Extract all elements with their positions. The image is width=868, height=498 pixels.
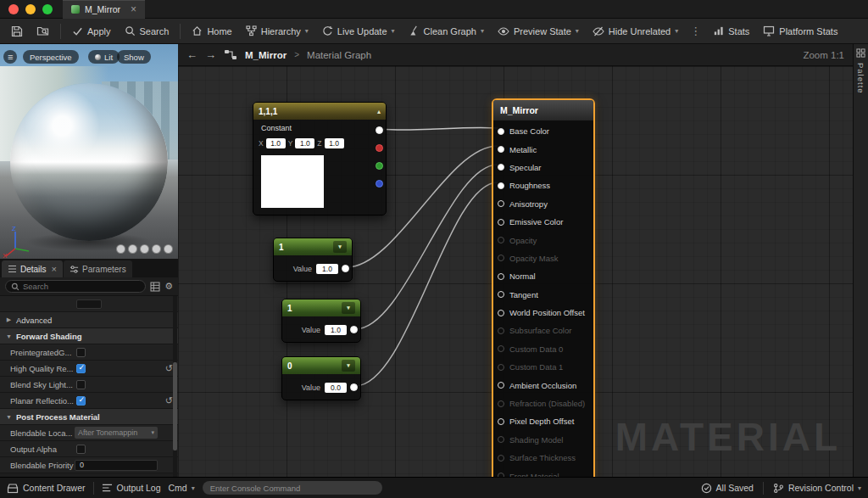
display-filter-grid-icon[interactable] <box>150 282 160 292</box>
pin-icon[interactable] <box>498 455 504 462</box>
property-row[interactable]: High Quality Re... <box>0 361 178 377</box>
pin-icon[interactable] <box>498 164 504 171</box>
hierarchy-button[interactable]: Hierarchy▾ <box>240 21 314 42</box>
output-pin[interactable] <box>350 383 358 391</box>
pin-icon[interactable] <box>498 364 504 371</box>
material-input-pin[interactable]: Normal <box>493 267 593 285</box>
property-checkbox[interactable] <box>76 380 86 389</box>
pin-icon[interactable] <box>498 345 504 352</box>
window-close-button[interactable] <box>8 4 19 14</box>
close-details-tab-icon[interactable]: × <box>52 265 57 274</box>
y-value-input[interactable]: 1.0 <box>295 138 314 148</box>
output-pin[interactable] <box>342 265 349 272</box>
details-search-box[interactable] <box>5 280 146 293</box>
chevron-down-icon[interactable]: ▾ <box>342 302 355 314</box>
output-pin-b[interactable] <box>376 180 383 187</box>
tab-parameters[interactable]: Parameters <box>64 260 132 277</box>
tab-close-icon[interactable]: × <box>131 4 136 14</box>
chevron-down-icon[interactable]: ▾ <box>342 360 355 372</box>
breadcrumb-root[interactable]: M_Mirror <box>245 50 287 60</box>
pin-icon[interactable] <box>498 400 504 407</box>
material-input-pin[interactable]: Custom Data 1 <box>493 358 593 376</box>
material-input-pin[interactable]: Shading Model <box>493 431 593 449</box>
output-pin-rgb[interactable] <box>376 126 383 134</box>
section-post-process-material[interactable]: ▼ Post Process Material <box>0 409 178 425</box>
node-header[interactable]: 1 ▾ <box>282 299 360 316</box>
pin-icon[interactable] <box>498 436 504 443</box>
node-header[interactable]: M_Mirror <box>493 100 593 120</box>
home-button[interactable]: Home <box>186 21 237 42</box>
preview-shape-cylinder-icon[interactable] <box>116 244 125 254</box>
preview-state-button[interactable]: Preview State▾ <box>492 21 585 42</box>
breadcrumb-current[interactable]: Material Graph <box>307 50 371 60</box>
preview-shape-cube-icon[interactable] <box>140 244 149 254</box>
material-input-pin[interactable]: Opacity Mask <box>493 249 593 267</box>
platform-stats-button[interactable]: Platform Stats <box>757 21 843 42</box>
clipped-value-field[interactable] <box>76 299 102 309</box>
details-search-input[interactable] <box>23 282 140 291</box>
browse-to-asset-button[interactable] <box>31 21 55 42</box>
details-scrollbar[interactable] <box>173 296 177 477</box>
property-checkbox[interactable] <box>76 348 86 357</box>
material-input-pin[interactable]: World Position Offset <box>493 304 593 322</box>
material-preview-viewport[interactable]: ≡ Perspective Lit Show Z X <box>0 44 178 259</box>
material-input-pin[interactable]: Front Material <box>493 467 593 477</box>
node-constant3-vector[interactable]: 1,1,1 ▴ Constant X 1.0 Y 1.0 Z 1.0 <box>253 102 387 215</box>
property-list[interactable]: ▶ Advanced ▼ Forward Shading Preintegrat… <box>0 296 178 477</box>
pin-icon[interactable] <box>498 418 504 425</box>
console-command-field[interactable] <box>203 481 382 495</box>
property-row[interactable]: PreintegratedG... <box>0 344 178 361</box>
x-value-input[interactable]: 1.0 <box>266 138 286 148</box>
pin-icon[interactable] <box>498 200 504 207</box>
preview-shape-plane-icon[interactable] <box>152 244 161 254</box>
clean-graph-button[interactable]: Clean Graph▾ <box>403 21 490 42</box>
tab-m-mirror[interactable]: M_Mirror × <box>63 0 145 19</box>
pin-icon[interactable] <box>498 146 504 153</box>
reset-to-default-icon[interactable] <box>165 363 173 374</box>
palette-tab-label[interactable]: Palette <box>856 63 865 94</box>
details-settings-gear-icon[interactable]: ⚙ <box>164 282 173 291</box>
save-button[interactable] <box>5 21 29 42</box>
output-pin-g[interactable] <box>376 162 383 170</box>
apply-button[interactable]: Apply <box>66 21 117 42</box>
tab-details[interactable]: Details × <box>2 260 63 277</box>
material-input-pin[interactable]: Roughness <box>493 176 593 194</box>
cmd-dropdown[interactable]: Cmd ▾ <box>169 483 195 493</box>
save-status[interactable]: All Saved <box>701 483 754 494</box>
material-input-pin[interactable]: Subsurface Color <box>493 322 593 339</box>
blendable-location-dropdown[interactable]: After Tonemappin ▾ <box>75 427 158 439</box>
node-header[interactable]: 0 ▾ <box>282 357 360 374</box>
collapse-node-icon[interactable]: ▴ <box>377 108 381 115</box>
pin-icon[interactable] <box>498 128 504 135</box>
property-row[interactable]: Planar Reflectio... <box>0 393 178 409</box>
property-checkbox[interactable] <box>76 364 86 373</box>
chevron-down-icon[interactable]: ▾ <box>333 241 347 253</box>
output-pin[interactable] <box>350 326 358 333</box>
perspective-button[interactable]: Perspective <box>23 50 79 64</box>
material-input-pin[interactable]: Emissive Color <box>493 213 593 231</box>
material-input-pin[interactable]: Pixel Depth Offset <box>493 412 593 430</box>
value-input[interactable]: 1.0 <box>325 325 347 335</box>
material-input-pin[interactable]: Tangent <box>493 286 593 304</box>
lit-mode-button[interactable]: Lit <box>88 50 120 64</box>
z-value-input[interactable]: 1.0 <box>325 138 344 148</box>
material-input-pin[interactable]: Ambient Occlusion <box>493 376 593 394</box>
scrollbar-thumb[interactable] <box>173 362 177 450</box>
preview-shape-mesh-icon[interactable] <box>164 244 173 254</box>
preview-shape-sphere-icon[interactable] <box>128 244 137 254</box>
pin-icon[interactable] <box>498 219 504 226</box>
forward-arrow-icon[interactable]: → <box>205 48 216 61</box>
property-row-output-alpha[interactable]: Output Alpha <box>0 441 178 457</box>
material-input-pin[interactable]: Custom Data 0 <box>493 340 593 358</box>
output-alpha-checkbox[interactable] <box>76 445 86 454</box>
material-input-pin[interactable]: Specular <box>493 159 593 176</box>
pin-icon[interactable] <box>498 382 504 389</box>
pin-icon[interactable] <box>498 291 504 298</box>
viewport-menu-icon[interactable]: ≡ <box>3 50 17 64</box>
back-arrow-icon[interactable]: ← <box>186 48 198 61</box>
node-material-result[interactable]: M_Mirror Base Color Metallic <box>492 98 595 477</box>
node-header[interactable]: 1,1,1 ▴ <box>253 103 386 120</box>
show-menu-button[interactable]: Show <box>117 50 151 64</box>
material-input-pin[interactable]: Metallic <box>493 140 593 158</box>
reset-to-default-icon[interactable] <box>165 395 173 406</box>
